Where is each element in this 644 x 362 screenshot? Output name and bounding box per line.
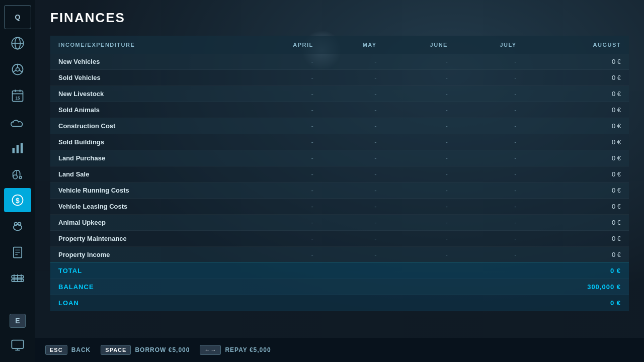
row-value: - [385, 134, 456, 150]
footer-label: TOTAL [50, 263, 525, 279]
table-footer-row-loan: LOAN0 € [50, 295, 629, 311]
sidebar-item-steering[interactable] [4, 57, 31, 81]
row-value: - [321, 102, 385, 118]
row-value: 0 € [525, 70, 629, 86]
row-value: 0 € [525, 166, 629, 183]
row-value: - [385, 118, 456, 134]
sidebar-item-q[interactable]: Q [4, 5, 31, 29]
row-category: Construction Cost [50, 118, 245, 134]
row-value: 0 € [525, 86, 629, 102]
row-value: - [321, 215, 385, 231]
table-row: Property Income----0 € [50, 247, 629, 263]
sidebar-item-finances[interactable]: $ [4, 188, 31, 212]
svg-rect-15 [21, 143, 23, 153]
calendar-icon: 15 [11, 88, 25, 103]
sidebar-item-tractor[interactable] [4, 162, 31, 186]
screen-icon [11, 338, 25, 352]
row-value: - [245, 86, 321, 102]
col-header-july: JULY [456, 36, 525, 54]
globe-icon [11, 36, 25, 50]
footer-label: BALANCE [50, 279, 525, 295]
row-category: Animal Upkeep [50, 215, 245, 231]
space-key-badge[interactable]: SPACE [101, 345, 131, 355]
table-row: Vehicle Running Costs----0 € [50, 183, 629, 199]
row-category: Land Purchase [50, 150, 245, 166]
row-value: - [456, 134, 525, 150]
sidebar-item-stats[interactable] [4, 136, 31, 160]
row-value: - [245, 70, 321, 86]
sidebar-item-screen[interactable] [4, 333, 31, 357]
toolbar-back: ESC BACK [45, 345, 91, 355]
row-category: New Vehicles [50, 54, 245, 70]
footer-value: 0 € [525, 295, 629, 311]
sidebar-item-animals[interactable] [4, 214, 31, 238]
sidebar: Q 15 $ E [0, 0, 35, 362]
row-value: - [456, 54, 525, 70]
row-value: - [385, 86, 456, 102]
row-value: - [456, 102, 525, 118]
col-header-august: AUGUST [525, 36, 629, 54]
row-value: 0 € [525, 247, 629, 263]
row-value: - [245, 231, 321, 247]
sidebar-item-papers[interactable] [4, 240, 31, 264]
col-header-april: APRIL [245, 36, 321, 54]
row-value: - [245, 134, 321, 150]
row-value: - [385, 166, 456, 183]
row-value: - [321, 70, 385, 86]
table-row: Sold Animals----0 € [50, 102, 629, 118]
row-value: - [456, 150, 525, 166]
row-value: - [245, 166, 321, 183]
arrow-key-badge[interactable]: ←→ [200, 345, 221, 355]
svg-point-22 [15, 222, 18, 225]
row-value: - [245, 150, 321, 166]
page-title: FINANCES [50, 10, 629, 26]
row-value: - [245, 102, 321, 118]
row-value: 0 € [525, 118, 629, 134]
row-category: New Livestock [50, 86, 245, 102]
footer-value: 0 € [525, 263, 629, 279]
col-header-category: INCOME/EXPENDITURE [50, 36, 245, 54]
steering-wheel-icon [11, 62, 25, 76]
row-value: 0 € [525, 199, 629, 215]
animals-icon [11, 219, 25, 233]
row-value: - [456, 231, 525, 247]
table-row: Property Maintenance----0 € [50, 231, 629, 247]
footer-label: LOAN [50, 295, 525, 311]
esc-key-badge[interactable]: ESC [45, 345, 67, 355]
row-value: - [321, 118, 385, 134]
row-value: - [385, 231, 456, 247]
table-footer-row-balance: BALANCE300,000 € [50, 279, 629, 295]
svg-point-16 [13, 175, 17, 179]
q-label: Q [15, 13, 21, 21]
papers-icon [11, 245, 25, 259]
row-value: - [321, 54, 385, 70]
row-value: 0 € [525, 134, 629, 150]
row-value: - [245, 199, 321, 215]
row-value: - [321, 150, 385, 166]
repay-label: REPAY €5,000 [225, 346, 271, 353]
finances-table-container[interactable]: INCOME/EXPENDITURE APRIL MAY JUNE JULY A… [50, 36, 629, 311]
sidebar-item-weather[interactable] [4, 110, 31, 134]
toolbar-repay: ←→ REPAY €5,000 [200, 345, 271, 355]
e-key-badge[interactable]: E [10, 314, 26, 328]
row-value: - [456, 166, 525, 183]
svg-point-17 [20, 176, 22, 179]
row-value: - [385, 199, 456, 215]
row-category: Vehicle Leasing Costs [50, 199, 245, 215]
footer-value: 300,000 € [525, 279, 629, 295]
main-content: FINANCES INCOME/EXPENDITURE APRIL MAY JU… [35, 0, 644, 362]
row-value: 0 € [525, 54, 629, 70]
row-category: Property Maintenance [50, 231, 245, 247]
row-value: - [321, 199, 385, 215]
finances-table: INCOME/EXPENDITURE APRIL MAY JUNE JULY A… [50, 36, 629, 311]
table-footer-row-total: TOTAL0 € [50, 263, 629, 279]
sidebar-item-equipment[interactable] [4, 266, 31, 291]
row-value: - [456, 86, 525, 102]
sidebar-item-globe[interactable] [4, 31, 31, 55]
table-row: Sold Vehicles----0 € [50, 70, 629, 86]
sidebar-item-calendar[interactable]: 15 [4, 83, 31, 108]
row-value: - [456, 118, 525, 134]
row-value: 0 € [525, 231, 629, 247]
row-category: Property Income [50, 247, 245, 263]
table-header-row: INCOME/EXPENDITURE APRIL MAY JUNE JULY A… [50, 36, 629, 54]
